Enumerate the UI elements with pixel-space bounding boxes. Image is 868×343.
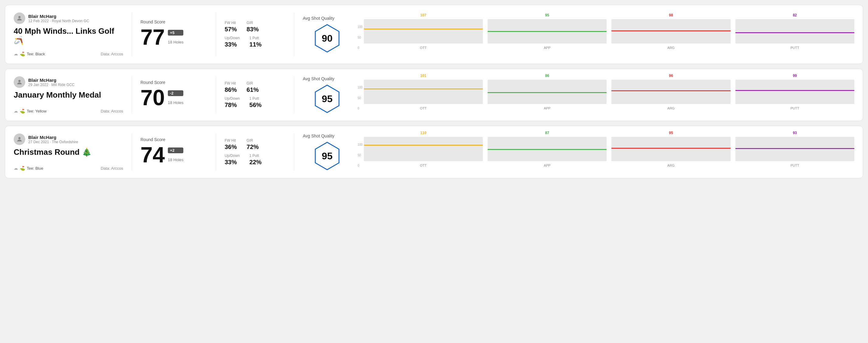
round-left-section: Blair McHarg 29 Jan 2022 · Mill Ride GCC…: [14, 76, 123, 114]
tee-icon: ⛳: [20, 166, 25, 170]
bar-value-arg: 95: [669, 131, 673, 135]
bottom-row: ☁ ⛳ Tee: Yellow Data: Arccos: [14, 108, 123, 114]
bar-group-putt: 99 PUTT: [736, 73, 854, 110]
quality-value: 95: [322, 151, 333, 162]
round-left-section: Blair McHarg 12 Feb 2022 · Royal North D…: [14, 12, 123, 56]
score-main: 70 -2 18 Holes: [141, 87, 207, 108]
gir-label: GIR: [247, 81, 259, 86]
stats-row-top: FW Hit 57% GIR 83%: [225, 21, 285, 33]
bottom-row: ☁ ⛳ Tee: Blue Data: Arccos: [14, 166, 123, 170]
bar-group-putt: 82 PUTT: [736, 13, 854, 50]
weather-icon: ☁: [14, 166, 18, 170]
bar-label-putt: PUTT: [790, 106, 799, 110]
bar-value-arg: 98: [669, 13, 673, 17]
bar-arg: [611, 19, 730, 43]
user-date: 29 Jan 2022 · Mill Ride GCC: [28, 83, 74, 87]
gir-stat: GIR 61%: [247, 81, 259, 93]
bar-value-putt: 93: [793, 131, 797, 135]
avatar: [14, 133, 25, 145]
fw-hit-value: 36%: [225, 144, 237, 151]
tee-info: ☁ ⛳ Tee: Blue: [14, 166, 43, 170]
tee-info: ☁ ⛳ Tee: Black: [14, 52, 45, 56]
bar-group-ott: 107 OTT: [364, 13, 483, 50]
user-name: Blair McHarg: [28, 135, 78, 140]
tee-icon: ⛳: [20, 108, 25, 114]
bar-value-arg: 96: [669, 73, 673, 78]
chart-section: 100 50 0 110 OTT 87 APP: [351, 133, 854, 170]
updown-stat: Up/Down 78%: [225, 96, 240, 108]
bar-app: [488, 137, 607, 161]
stats-section: FW Hit 86% GIR 61% Up/Down 78% 1 Putt 56…: [225, 76, 285, 114]
divider: [132, 76, 132, 114]
user-info: Blair McHarg 29 Jan 2022 · Mill Ride GCC: [28, 77, 74, 87]
avatar: [14, 12, 25, 24]
score-number: 77: [141, 26, 165, 48]
bar-group-app: 87 APP: [488, 131, 607, 167]
gir-stat: GIR 83%: [247, 21, 259, 33]
quality-label: Avg Shot Quality: [303, 16, 335, 21]
bar-arg: [611, 80, 730, 104]
bar-label-app: APP: [544, 164, 551, 167]
fw-hit-label: FW Hit: [225, 138, 237, 143]
bar-value-putt: 82: [793, 13, 797, 17]
bar-group-app: 86 APP: [488, 73, 607, 110]
oneputt-value: 22%: [249, 159, 261, 166]
quality-section: Avg Shot Quality 90: [303, 12, 351, 56]
divider: [216, 76, 216, 114]
divider: [216, 133, 216, 170]
bar-putt: [736, 19, 854, 43]
stats-row-top: FW Hit 36% GIR 72%: [225, 138, 285, 151]
updown-value: 33%: [225, 41, 240, 48]
bar-label-putt: PUTT: [790, 46, 799, 50]
oneputt-stat: 1 Putt 11%: [249, 36, 261, 48]
stats-section: FW Hit 36% GIR 72% Up/Down 33% 1 Putt 22…: [225, 133, 285, 170]
bar-label-ott: OTT: [420, 164, 427, 167]
bar-label-app: APP: [544, 46, 551, 50]
score-label: Round Score: [141, 20, 207, 24]
score-main: 74 +2 18 Holes: [141, 144, 207, 166]
oneputt-label: 1 Putt: [249, 154, 261, 158]
bar-app: [488, 19, 607, 43]
weather-icon: ☁: [14, 108, 18, 114]
bar-value-app: 95: [545, 13, 549, 17]
gir-stat: GIR 72%: [247, 138, 259, 151]
bar-putt: [736, 80, 854, 104]
fw-hit-value: 86%: [225, 86, 237, 93]
bar-group-ott: 101 OTT: [364, 73, 483, 110]
bar-arg: [611, 137, 730, 161]
user-info: Blair McHarg 12 Feb 2022 · Royal North D…: [28, 14, 89, 23]
bar-label-arg: ARG: [667, 106, 675, 110]
quality-label: Avg Shot Quality: [303, 133, 335, 138]
round-title: Christmas Round 🎄: [14, 148, 123, 157]
score-section: Round Score 74 +2 18 Holes: [141, 133, 207, 170]
round-card: Blair McHarg 12 Feb 2022 · Royal North D…: [5, 5, 863, 64]
score-holes: 18 Holes: [168, 157, 183, 162]
bar-group-putt: 93 PUTT: [736, 131, 854, 167]
score-label: Round Score: [141, 80, 207, 85]
round-card: Blair McHarg 29 Jan 2022 · Mill Ride GCC…: [5, 69, 863, 121]
updown-stat: Up/Down 33%: [225, 154, 240, 166]
divider: [132, 133, 132, 170]
data-source: Data: Arccos: [101, 166, 123, 170]
tee-icon: ⛳: [20, 52, 25, 56]
quality-section: Avg Shot Quality 95: [303, 76, 351, 114]
user-row: Blair McHarg 29 Jan 2022 · Mill Ride GCC: [14, 76, 123, 88]
bar-label-ott: OTT: [420, 106, 427, 110]
bar-ott: [364, 19, 483, 43]
hexagon-container: 95: [313, 142, 342, 170]
oneputt-label: 1 Putt: [249, 96, 261, 101]
hexagon-container: 90: [313, 24, 342, 53]
score-section: Round Score 70 -2 18 Holes: [141, 76, 207, 114]
quality-value: 95: [322, 93, 333, 104]
tee-label: Tee: Blue: [27, 166, 43, 170]
round-card: Blair McHarg 27 Dec 2021 · The Oxfordshi…: [5, 126, 863, 178]
weather-icon: ☁: [14, 52, 18, 56]
updown-label: Up/Down: [225, 154, 240, 158]
stats-section: FW Hit 57% GIR 83% Up/Down 33% 1 Putt 11…: [225, 12, 285, 56]
updown-stat: Up/Down 33%: [225, 36, 240, 48]
score-holes: 18 Holes: [168, 100, 183, 105]
fw-hit-label: FW Hit: [225, 21, 237, 25]
avatar: [14, 76, 25, 88]
divider: [132, 12, 132, 56]
bar-value-app: 87: [545, 131, 549, 135]
